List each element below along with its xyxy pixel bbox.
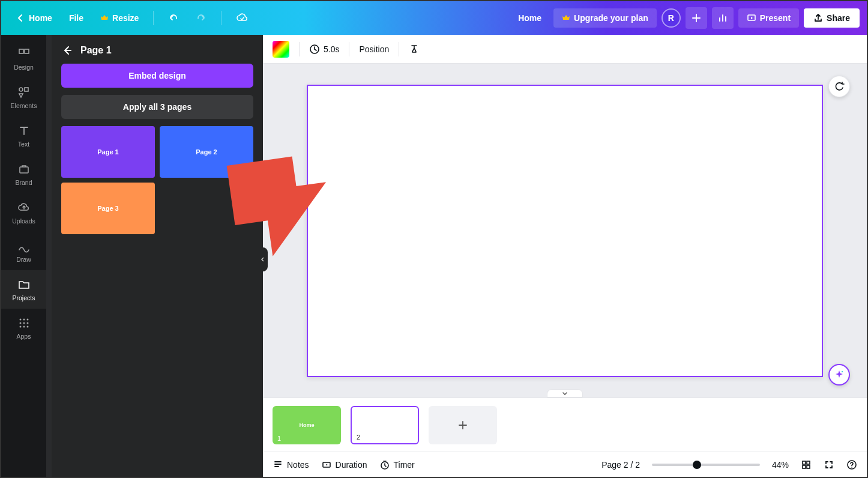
fullscreen-button[interactable] [824, 459, 834, 470]
text-icon [17, 124, 31, 138]
back-arrow-icon[interactable] [61, 44, 73, 56]
undo-button[interactable] [161, 8, 186, 28]
page-indicator[interactable]: Page 2 / 2 [601, 460, 640, 470]
svg-point-14 [26, 326, 28, 328]
present-icon [747, 13, 756, 23]
file-menu[interactable]: File [62, 8, 91, 28]
present-button[interactable]: Present [738, 8, 799, 28]
svg-point-16 [842, 371, 843, 372]
panel-title: Page 1 [80, 45, 112, 56]
regenerate-fab[interactable] [828, 76, 850, 97]
svg-point-8 [26, 319, 28, 321]
share-button[interactable]: Share [804, 8, 860, 28]
plus-icon [457, 420, 468, 431]
duration-button[interactable]: Duration [321, 459, 367, 470]
back-button[interactable]: Home [8, 8, 59, 28]
separator [349, 42, 349, 56]
add-button[interactable] [686, 7, 707, 29]
grid-view-button[interactable] [801, 459, 812, 470]
timer-button[interactable]: Timer [379, 459, 415, 470]
cloud-check-icon [236, 12, 248, 24]
context-toolbar: 5.0s Position [263, 35, 867, 64]
crown-icon [562, 14, 570, 22]
upgrade-button[interactable]: Upgrade your plan [553, 8, 657, 28]
rail-text[interactable]: Text [1, 116, 46, 155]
svg-rect-1 [19, 49, 23, 53]
top-toolbar: Home File Resize Home Upgrade your plan … [1, 1, 867, 35]
rail-projects[interactable]: Projects [1, 270, 46, 309]
strip-page-1[interactable]: Home 1 [273, 406, 341, 444]
separator [399, 42, 399, 56]
undo-icon [168, 13, 179, 23]
chart-icon [718, 13, 728, 23]
design-name[interactable]: Home [511, 8, 549, 28]
expand-pages-tab[interactable] [547, 389, 583, 398]
rail-uploads[interactable]: Uploads [1, 193, 46, 232]
add-page-button[interactable] [429, 406, 497, 444]
svg-rect-20 [807, 461, 810, 464]
apply-all-button[interactable]: Apply all 3 pages [61, 95, 253, 119]
svg-rect-4 [25, 88, 28, 91]
strip-page-2[interactable]: 2 [351, 406, 419, 444]
collapse-panel-tab[interactable] [258, 247, 268, 271]
resize-button[interactable]: Resize [93, 8, 146, 28]
svg-rect-22 [807, 465, 810, 468]
rail-apps[interactable]: Apps [1, 309, 46, 347]
svg-rect-5 [20, 167, 28, 173]
thumb-page-2[interactable]: Page 2 [160, 126, 253, 178]
zoom-handle[interactable] [693, 461, 701, 469]
svg-rect-2 [25, 49, 29, 53]
svg-point-6 [19, 319, 21, 321]
color-picker[interactable] [273, 41, 289, 58]
embed-design-button[interactable]: Embed design [61, 64, 253, 88]
thumb-page-1[interactable]: Page 1 [61, 126, 155, 178]
left-rail: Design Elements Text Brand Uploads Draw … [1, 35, 47, 477]
fullscreen-icon [824, 459, 834, 470]
cloud-sync-button[interactable] [229, 7, 255, 29]
page-thumbnails-grid: Page 1 Page 2 Page 3 [61, 126, 253, 234]
canvas-viewport[interactable] [263, 64, 867, 398]
side-panel: Page 1 Embed design Apply all 3 pages Pa… [52, 35, 263, 477]
rail-brand[interactable]: Brand [1, 155, 46, 193]
rail-scrollbar[interactable] [47, 35, 52, 477]
svg-point-7 [23, 319, 25, 321]
zoom-slider[interactable] [652, 464, 760, 466]
animate-button[interactable] [409, 44, 420, 55]
chevron-down-icon [561, 390, 568, 397]
svg-rect-19 [803, 461, 806, 464]
svg-rect-21 [803, 465, 806, 468]
animate-icon [409, 44, 420, 55]
timer-icon [379, 459, 390, 470]
draw-icon [17, 239, 31, 253]
svg-point-11 [26, 322, 28, 324]
thumb-page-3[interactable]: Page 3 [61, 183, 155, 234]
bottom-bar: Notes Duration Timer Page 2 / 2 44% [263, 452, 867, 477]
panel-header: Page 1 [61, 44, 253, 56]
rail-draw[interactable]: Draw [1, 232, 46, 270]
apps-icon [17, 316, 31, 330]
projects-icon [17, 277, 31, 292]
page-canvas[interactable] [307, 85, 823, 377]
separator [221, 11, 222, 25]
help-button[interactable] [846, 459, 857, 470]
uploads-icon [17, 201, 31, 215]
plus-icon [692, 13, 701, 23]
canvas-area: 5.0s Position Home 1 [263, 35, 867, 477]
rail-design[interactable]: Design [1, 40, 46, 78]
duration-control[interactable]: 5.0s [309, 44, 339, 55]
help-icon [846, 459, 857, 470]
magic-fab[interactable] [828, 364, 850, 386]
sparkle-icon [834, 369, 845, 380]
duration-icon [321, 459, 332, 470]
position-button[interactable]: Position [359, 44, 389, 54]
redo-button[interactable] [188, 8, 214, 28]
zoom-level[interactable]: 44% [772, 460, 789, 470]
notes-icon [273, 459, 283, 470]
page-strip: Home 1 2 [263, 398, 867, 452]
rail-elements[interactable]: Elements [1, 78, 46, 116]
avatar[interactable]: R [662, 8, 681, 28]
insights-button[interactable] [712, 7, 734, 29]
topbar-left-group: Home File Resize [8, 7, 255, 29]
notes-button[interactable]: Notes [273, 459, 309, 470]
share-icon [813, 13, 823, 23]
